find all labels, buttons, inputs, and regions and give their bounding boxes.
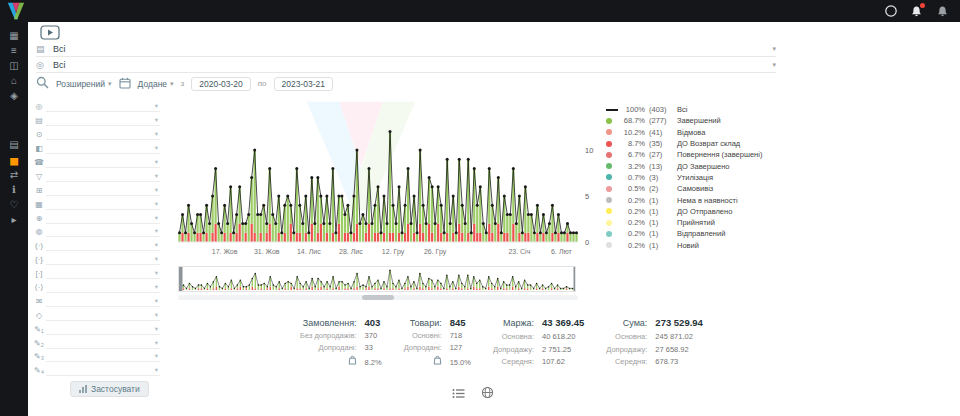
legend-percent: 0.7% [622,173,649,182]
scrollbar-thumb[interactable] [362,295,394,300]
legend-item[interactable]: 0.2%(1)ДО Отправлено [606,206,784,217]
primary-filter-select[interactable]: ▤ Всі ▾ [36,42,776,57]
legend-count: (277) [649,116,677,125]
upsell-bag-icon [300,355,357,365]
extra-filter-select[interactable]: ▾ [46,310,160,321]
stat-sub-label: Допродані: [300,343,357,352]
legend-item[interactable]: 68.7%(277)Завершений [606,115,784,126]
geo-filter-select[interactable]: ▾ [46,213,160,224]
params-filter-select[interactable]: ▾ [46,254,160,265]
app-logo[interactable] [6,2,26,20]
legend-item[interactable]: 10.2%(41)Відмова [606,127,784,138]
svg-text:5: 5 [585,192,589,201]
custom-field-4-filter-select[interactable]: ▾ [46,365,160,376]
funnel-filter-select[interactable]: ▾ [46,171,160,182]
store-icon[interactable]: ⌂ [0,73,28,88]
orders-icon[interactable]: ≡ [0,43,28,58]
sidebar-filter-row: (·)▾ [32,239,160,253]
stat-title: Товари: [404,318,442,328]
legend-percent: 3.2% [622,162,649,171]
svg-text:12. Гру: 12. Гру [382,248,405,256]
product-filter-select[interactable]: ▾ [46,185,160,196]
legend-percent: 8.7% [622,139,649,148]
custom-field-3-filter-select[interactable]: ▾ [46,351,160,362]
notifications-bell-icon[interactable] [910,4,924,18]
fields-filter-select[interactable]: ▾ [46,268,160,279]
globe-view-icon[interactable] [481,385,494,403]
chart-legend: 100%(403)Всі68.7%(277)Завершений10.2%(41… [606,104,784,251]
sidebar-filter-row: ◍▾ [32,225,160,239]
manager-filter-select[interactable]: ▾ [46,129,160,140]
legend-item[interactable]: 0.2%(1)Нема в наявності [606,194,784,205]
chart-scrollbar[interactable] [178,295,578,300]
custom-field-1-filter-select[interactable]: ▾ [46,324,160,335]
stat-value: 43 369.45 [542,317,584,328]
params-filter-icon: {·} [32,255,46,264]
legend-label: Утилізація [677,173,784,182]
legend-count: (13) [649,162,677,171]
search-icon[interactable] [36,76,49,91]
chevron-down-icon: ▾ [155,311,160,319]
stat-title: Сума: [606,318,647,328]
theme-toggle-icon[interactable] [884,4,898,18]
legend-count: (403) [649,105,677,114]
legend-percent: 100% [622,105,649,114]
stat-sub-value: 33 [365,343,382,352]
expression-filter-icon: ⟨·⟩ [32,283,46,292]
legend-count: (2) [649,184,677,193]
dashboard-icon[interactable]: ▦ [0,28,28,43]
legend-item[interactable]: 0.2%(1)Відправлений [606,228,784,239]
note-filter-select[interactable]: ▾ [46,296,160,307]
date-to-input[interactable]: 2023-03-21 [274,77,333,91]
utm-filter-select[interactable]: ▾ [46,240,160,251]
stock-filter-select[interactable]: ▾ [46,199,160,210]
source-filter-select[interactable]: ▾ [46,115,160,126]
legend-item[interactable]: 100%(403)Всі [606,104,784,115]
tag-filter-select[interactable]: ▾ [46,226,160,237]
legend-item[interactable]: 0.5%(2)Самовивіз [606,183,784,194]
legend-count: (27) [649,150,677,159]
source-filter-icon: ▤ [32,116,46,125]
stat-title: Замовлення: [300,318,357,328]
custom-field-2-filter-select[interactable]: ▾ [46,338,160,349]
sidebar-filter-row: ⊞▾ [32,183,160,197]
legend-percent: 0.2% [622,218,649,227]
analytics-icon[interactable]: ▅ [0,152,28,167]
stat-sub-value: 107.62 [542,357,584,366]
chevron-down-icon: ▾ [772,61,776,69]
sidebar-filter-row: ✎₁▾ [32,322,160,336]
customers-icon[interactable]: ◫ [0,58,28,73]
media-icon[interactable]: ▸ [0,212,28,227]
chart-navigator[interactable] [178,266,578,300]
date-field-select[interactable]: Додане ▾ [138,79,174,89]
legend-percent: 0.2% [622,196,649,205]
partners-icon[interactable]: ♡ [0,197,28,212]
status-filter-select[interactable]: ▾ [46,101,160,112]
expression-filter-select[interactable]: ▾ [46,282,160,293]
info-icon[interactable]: ℹ [0,182,28,197]
legend-item[interactable]: 0.7%(3)Утилізація [606,172,784,183]
integrations-icon[interactable]: ⇄ [0,167,28,182]
marketing-icon[interactable]: ▤ [0,137,28,152]
legend-item[interactable]: 0.2%(1)Новий [606,240,784,251]
group-filter-select[interactable]: ▾ [46,143,160,154]
phone-filter-select[interactable]: ▾ [46,157,160,168]
apply-button[interactable]: Застосувати [70,381,149,397]
legend-item[interactable]: 8.7%(35)ДО Возврат склад [606,138,784,149]
secondary-filter-select[interactable]: ◎ Всі ▾ [36,58,776,73]
stat-sub-value: 370 [365,331,382,340]
advanced-filter-select[interactable]: Розширений ▾ [56,79,112,89]
chevron-down-icon: ▾ [155,227,160,235]
stats-column: Сума:273 529.94Основна:245 871.02Допрода… [606,317,703,367]
legend-item[interactable]: 3.2%(13)ДО Завершено [606,160,784,171]
table-view-icon[interactable] [452,385,465,403]
phone-filter-icon: ☎ [32,158,46,167]
secondary-bell-icon[interactable] [936,4,950,18]
date-from-input[interactable]: 2020-03-20 [191,77,250,91]
orders-chart[interactable]: 051017. Жов31. Жов14. Лис28. Лис12. Гру2… [178,96,608,260]
sidebar-filter-row: ◧▾ [32,142,160,156]
legend-item[interactable]: 0.2%(1)Прийнятий [606,217,784,228]
legend-item[interactable]: 6.7%(27)Повернення (завершені) [606,149,784,160]
left-rail: ▦≡◫⌂◈▤▅⇄ℹ♡▸ [0,22,28,416]
tags-icon[interactable]: ◈ [0,88,28,103]
